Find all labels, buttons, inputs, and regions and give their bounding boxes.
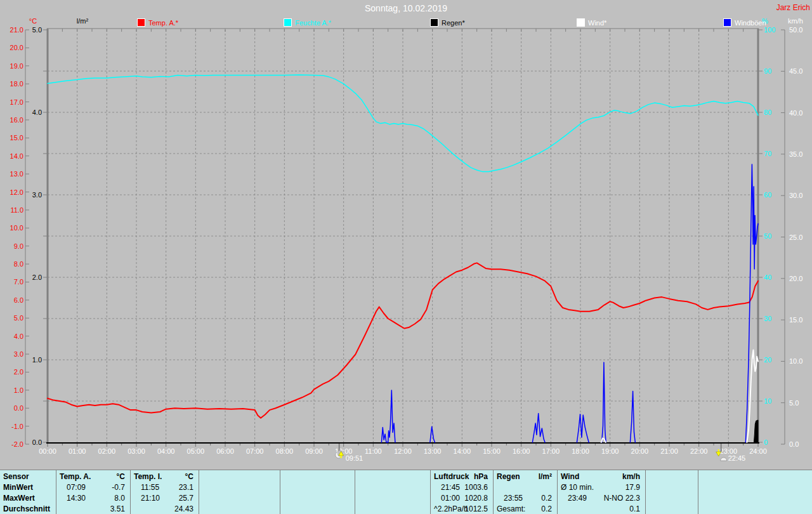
svg-text:15:00: 15:00 — [483, 447, 501, 455]
legend-swatch — [430, 18, 438, 27]
page-title: Sonntag, 10.02.2019 — [0, 3, 812, 13]
svg-text:0.0: 0.0 — [789, 440, 799, 448]
stats-row: ^2.2hPa/h1012.5 — [431, 504, 493, 514]
stats-col-empty — [698, 470, 812, 514]
x-axis: 00:0001:0002:0003:0004:0005:0006:0007:00… — [39, 443, 767, 455]
stats-value: °C — [185, 471, 193, 482]
stats-row — [494, 482, 557, 493]
svg-text:11:00: 11:00 — [365, 447, 382, 455]
grid — [48, 30, 758, 442]
legend-item-temp-a: Temp. A.* — [137, 18, 178, 27]
stats-row: 21:451003.6 — [431, 482, 493, 493]
stats-value: 14:30 — [67, 493, 86, 504]
stats-value: 23:55 — [504, 493, 523, 504]
stats-row: Regenl/m² — [494, 471, 557, 482]
svg-text:70: 70 — [764, 150, 771, 157]
svg-text:40: 40 — [764, 273, 771, 281]
wind-series — [601, 350, 758, 442]
svg-text:0.0: 0.0 — [32, 438, 42, 446]
svg-text:2.0: 2.0 — [32, 273, 42, 281]
svg-text:90: 90 — [764, 67, 771, 75]
stats-value: km/h — [622, 471, 640, 482]
svg-text:04:00: 04:00 — [157, 447, 175, 455]
svg-text:20:00: 20:00 — [631, 447, 649, 455]
legend-label: Regen* — [442, 19, 465, 27]
legend-label: Feuchte A.* — [295, 19, 331, 27]
stats-col-empty — [199, 470, 280, 514]
stats-row: 01:001020.8 — [431, 493, 493, 504]
svg-text:01:00: 01:00 — [69, 447, 86, 455]
stats-row: LuftdruckhPa — [431, 471, 493, 482]
stats-value: 3.51 — [110, 504, 125, 514]
svg-text:13:00: 13:00 — [424, 447, 442, 455]
svg-text:25.0: 25.0 — [789, 234, 802, 241]
stats-col-empty — [355, 470, 430, 514]
svg-text:35.0: 35.0 — [789, 150, 802, 158]
stats-row: 14:308.0 — [56, 493, 130, 504]
humidity-axis: 1009080706050403020100 — [758, 26, 775, 446]
svg-text:0.0: 0.0 — [14, 404, 23, 412]
stats-row: Temp. A.°C — [56, 471, 130, 482]
svg-text:3.0: 3.0 — [32, 191, 42, 199]
stats-value: Temp. A. — [60, 471, 91, 482]
svg-text:06:00: 06:00 — [216, 447, 234, 455]
stats-value: 0.2 — [541, 493, 552, 504]
svg-text:00:00: 00:00 — [39, 447, 56, 455]
stats-value: 25.7 — [179, 493, 193, 504]
svg-text:02:00: 02:00 — [98, 447, 116, 455]
svg-text:15.0: 15.0 — [789, 316, 802, 324]
stats-row: 23:49N-NO 22.3 — [558, 493, 645, 504]
stats-value: °C — [117, 471, 125, 482]
svg-text:6.0: 6.0 — [14, 296, 23, 304]
stats-value: 0.1 — [629, 504, 640, 514]
svg-text:21:00: 21:00 — [660, 447, 678, 455]
stats-col-temp-i: Temp. I.°C11:5523.121:1025.724.43 — [130, 470, 199, 514]
stats-table: SensorMinWertMaxWertDurchschnittTemp. A.… — [0, 470, 812, 514]
stats-value: Temp. I. — [134, 471, 162, 482]
svg-text:08:00: 08:00 — [276, 447, 294, 455]
svg-text:2.0: 2.0 — [14, 368, 23, 376]
stats-value: Ø 10 min. — [561, 482, 594, 493]
stats-value: 01:00 — [441, 493, 460, 504]
stats-value: Durchschnitt — [3, 504, 50, 514]
svg-text:14:00: 14:00 — [454, 447, 471, 455]
stats-value: Gesamt: — [497, 504, 525, 514]
stats-row: 07:09-0.7 — [56, 482, 130, 493]
stats-value: 21:45 — [441, 482, 460, 493]
svg-text:10.0: 10.0 — [10, 224, 23, 232]
svg-text:22:45: 22:45 — [728, 454, 746, 462]
stats-col-luftdruck: LuftdruckhPa21:451003.601:001020.8^2.2hP… — [430, 470, 493, 514]
stats-row: Temp. I.°C — [131, 471, 199, 482]
stats-value: Regen — [497, 471, 520, 482]
svg-text:9.0: 9.0 — [14, 242, 23, 250]
svg-text:5.0: 5.0 — [789, 399, 799, 407]
stats-value: N-NO 22.3 — [604, 493, 640, 504]
svg-text:16:00: 16:00 — [513, 447, 530, 455]
svg-text:17.0: 17.0 — [10, 98, 23, 106]
stats-value: MaxWert — [3, 493, 35, 504]
legend-swatch — [723, 18, 731, 27]
svg-text:18.0: 18.0 — [10, 80, 23, 88]
svg-text:12:00: 12:00 — [394, 447, 412, 455]
stats-value: hPa — [474, 471, 488, 482]
stats-value: MinWert — [3, 482, 33, 493]
svg-text:4.0: 4.0 — [14, 333, 23, 340]
svg-text:19.0: 19.0 — [10, 62, 23, 70]
stats-col-wind: Windkm/hØ 10 min.17.923:49N-NO 22.30.1 — [557, 470, 645, 514]
stats-value: Wind — [561, 471, 579, 482]
svg-text:24:00: 24:00 — [749, 447, 767, 455]
legend-label: Temp. A.* — [148, 19, 178, 27]
stats-row: Gesamt:0.2 — [494, 504, 557, 514]
legend-item-regen: Regen* — [430, 18, 465, 27]
legend: Temp. A.*Feuchte A.*Regen*Wind*Windböen — [0, 18, 812, 29]
legend-item-windböen: Windböen — [723, 18, 766, 27]
windb-en-series — [381, 164, 758, 442]
stats-row: 3.51 — [56, 504, 130, 514]
stats-row-labels: SensorMinWertMaxWertDurchschnitt — [0, 470, 56, 514]
svg-text:18:00: 18:00 — [572, 447, 589, 455]
svg-text:10.0: 10.0 — [789, 357, 802, 365]
stats-value: 07:09 — [67, 482, 86, 493]
wind-axis: 50.045.040.035.030.025.020.015.010.05.00… — [781, 26, 802, 448]
rain-axis: 5.04.03.02.01.00.0 — [32, 26, 48, 446]
stats-value: 21:10 — [141, 493, 160, 504]
